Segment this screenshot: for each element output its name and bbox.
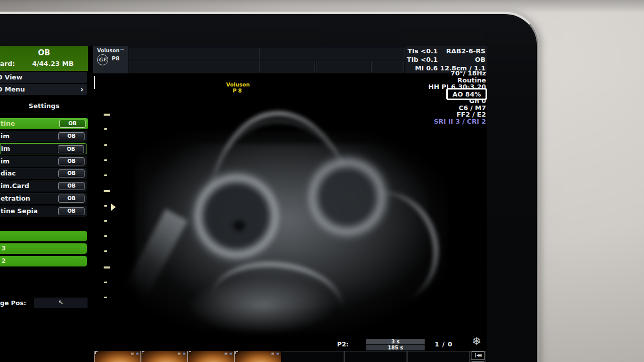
cine-timer: 3 s 185 s (366, 339, 425, 350)
depth-ruler-tick (104, 282, 107, 283)
view-cut-glyph: D (0, 72, 3, 83)
skip-back-icon: ◀◀ (475, 353, 480, 357)
settings-heading: Settings (0, 102, 88, 110)
thumb-corner-mark (142, 351, 144, 354)
thumb-type-icon: ▤ (178, 351, 181, 355)
acoustic-output-box: AO 84% (446, 88, 487, 101)
depth-ruler-tick (104, 297, 107, 298)
green-bar-label: 3 (2, 245, 6, 252)
ge-logo-icon: GE (97, 54, 108, 65)
empty-clip-slot (407, 351, 470, 362)
preset-badge: OB (59, 120, 86, 128)
image-pos-label: ge Pos: (0, 299, 26, 307)
empty-clip-slot (344, 351, 407, 362)
preset-label: im.Card (1, 182, 29, 190)
preset-row[interactable]: tine Sepia OB (0, 206, 87, 217)
thumb-3d-icon: ▣ (229, 351, 232, 355)
preset-row-focused[interactable]: im OB (0, 143, 87, 154)
preset-label: im (1, 145, 10, 152)
sidebar-item-menu[interactable]: D Menu › (0, 84, 87, 95)
thumb-corner-mark (189, 351, 191, 354)
menu-cut-glyph: D (0, 84, 3, 95)
clip-thumbnail[interactable]: ▤ ▣ (94, 351, 141, 362)
preset-label: im (1, 132, 10, 140)
image-pos-button[interactable]: ↖ (34, 298, 88, 308)
ultrasound-screen: OB ard: 4/44.23 MB D View D Menu › Setti… (0, 46, 487, 362)
print-key-label: P2: (337, 340, 349, 348)
tib-value: TIb <0.1 (406, 56, 438, 63)
preset-label: im (1, 157, 10, 165)
thumb-type-icon: ▤ (131, 351, 134, 355)
preset-row[interactable]: im.Card OB (0, 180, 87, 192)
ti-row: TIs <0.1 RAB2-6-RS (406, 47, 487, 56)
preset-row-routine[interactable]: tine OB (0, 118, 88, 129)
thumb-3d-icon: ▣ (183, 351, 186, 355)
thumb-3d-icon: ▣ (136, 351, 139, 355)
empty-clip-slot (282, 351, 344, 362)
voluson-brand: Voluson™ (97, 48, 125, 53)
green-bar-button[interactable]: 3 (0, 243, 87, 254)
sidebar-header: OB ard: 4/44.23 MB (0, 46, 88, 71)
angle-freq-value: 70°/ 18Hz (451, 70, 486, 77)
depth-ruler-tick (104, 250, 107, 252)
arrow-upleft-icon: ↖ (58, 299, 64, 306)
preset-row[interactable]: etration OB (0, 193, 87, 204)
mode-title: OB (0, 48, 88, 57)
sidebar-item-view[interactable]: D View (0, 72, 87, 83)
view-label: View (5, 73, 22, 81)
thumb-type-icon: ▤ (271, 351, 274, 355)
preset-badge: OB (58, 182, 85, 190)
preset-label: etration (1, 195, 30, 202)
logo-cell: Voluson™ GE P8 (93, 46, 128, 73)
clip-thumbnail[interactable]: ▤ ▣ (188, 351, 234, 362)
preset-name-value: Routine (457, 77, 486, 84)
ultrasound-render (116, 102, 478, 338)
patient-field (129, 48, 260, 60)
depth-ruler-tick (104, 128, 107, 130)
model-label: P8 (112, 55, 120, 62)
tgc-marker (94, 76, 95, 89)
preset-label: tine (1, 120, 15, 127)
photo-vignette (0, 0, 644, 13)
patient-field (129, 61, 260, 72)
depth-ruler-tick (104, 205, 107, 207)
preset-label: diac (1, 169, 16, 177)
depth-ruler-tick (104, 235, 107, 237)
depth-ruler-tick (104, 220, 107, 222)
time-current: 3 s (366, 339, 425, 344)
ultrasound-image (116, 102, 478, 338)
patient-field (261, 48, 405, 60)
menu-label: Menu (5, 85, 25, 93)
thumb-type-icon: ▤ (224, 351, 227, 355)
rewind-button[interactable]: ◀◀ (471, 351, 485, 360)
preset-row[interactable]: im OB (0, 156, 87, 167)
tis-value: TIs <0.1 (406, 47, 438, 55)
preset-badge: OB (58, 195, 85, 203)
probe-name: RAB2-6-RS (446, 47, 486, 55)
card-label: ard: (0, 60, 15, 67)
depth-ruler-tick (104, 144, 107, 146)
freeze-snowflake-icon: ❄ (472, 335, 481, 347)
thumb-corner-mark (95, 351, 98, 354)
green-bar-label: 2 (2, 257, 6, 264)
clip-thumbnail[interactable]: ▤ ▣ (234, 351, 281, 362)
depth-ruler-tick (104, 114, 110, 116)
preset-row[interactable]: im OB (0, 131, 87, 142)
ti-row: TIb <0.1 OB (406, 56, 487, 64)
green-bar-button[interactable]: 2 (0, 256, 87, 266)
monitor-bezel: OB ard: 4/44.23 MB D View D Menu › Setti… (0, 12, 538, 362)
voluson-watermark: Voluson P8 (221, 81, 255, 94)
preset-badge: OB (58, 157, 85, 165)
focus-marker[interactable] (111, 204, 116, 211)
watermark-line1: Voluson (221, 81, 255, 87)
green-bar-button[interactable] (0, 231, 87, 241)
clip-counter: 1 / 0 (435, 340, 453, 348)
preset-badge: OB (58, 169, 85, 177)
preset-row[interactable]: diac OB (0, 168, 87, 179)
preset-badge: OB (58, 132, 85, 140)
patient-field (261, 61, 315, 72)
depth-ruler-tick (104, 266, 110, 268)
time-total: 185 s (366, 345, 425, 350)
preset-badge: OB (58, 207, 85, 215)
clip-thumbnail[interactable]: ▤ ▣ (141, 351, 188, 362)
